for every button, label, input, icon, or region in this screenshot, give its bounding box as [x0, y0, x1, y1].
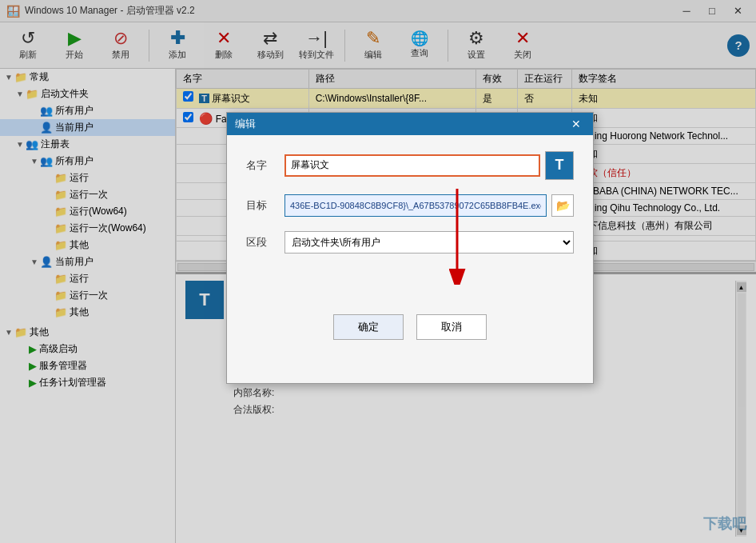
modal-name-input[interactable]	[284, 154, 540, 177]
modal-footer: 确定 取消	[227, 301, 593, 356]
modal-target-input-wrap: 📂	[284, 194, 574, 217]
modal-app-icon-letter: T	[555, 157, 564, 174]
modal-zone-label: 区段	[246, 235, 275, 250]
modal-name-input-wrap: T	[284, 151, 574, 180]
modal-target-input[interactable]	[284, 194, 547, 217]
modal-target-field: 目标 📂	[246, 194, 574, 217]
modal-name-label: 名字	[246, 158, 275, 173]
modal-title-bar: 编辑 ✕	[227, 113, 593, 135]
modal-name-field: 名字 T	[246, 151, 574, 180]
modal-ok-button[interactable]: 确定	[333, 314, 404, 340]
edit-modal: 编辑 ✕ 名字 T 目标 📂	[226, 112, 594, 384]
modal-overlay: 编辑 ✕ 名字 T 目标 📂	[0, 0, 756, 543]
modal-browse-button[interactable]: 📂	[551, 194, 574, 217]
modal-body: 名字 T 目标 📂 区段 启动文件夹\所有用户启动文件夹\	[227, 135, 593, 301]
modal-zone-select[interactable]: 启动文件夹\所有用户启动文件夹\当前用户注册表\所有用户\运行	[284, 231, 574, 254]
modal-target-label: 目标	[246, 198, 275, 213]
modal-app-icon: T	[545, 151, 574, 180]
modal-title: 编辑	[235, 117, 567, 131]
modal-close-button[interactable]: ✕	[567, 115, 585, 133]
modal-cancel-button[interactable]: 取消	[416, 314, 487, 340]
modal-zone-field: 区段 启动文件夹\所有用户启动文件夹\当前用户注册表\所有用户\运行	[246, 231, 574, 254]
